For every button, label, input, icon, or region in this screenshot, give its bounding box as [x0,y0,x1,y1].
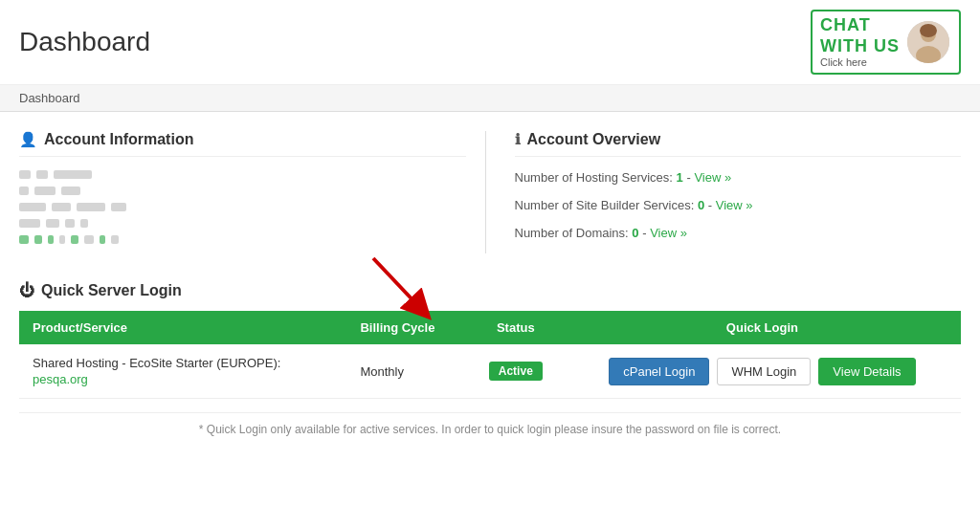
chat-text: CHATWITH US Click here [820,15,900,69]
hosting-services-row: Number of Hosting Services: 1 - View » [515,170,962,185]
hosting-label: Number of Hosting Services: [515,170,673,185]
page-title: Dashboard [19,27,150,57]
svg-line-5 [373,258,421,309]
footer-note: * Quick Login only available for active … [19,412,961,436]
domains-label: Number of Domains: [515,226,629,240]
sitebuilder-view-link[interactable]: View » [716,198,753,212]
sitebuilder-count: 0 [698,198,704,212]
quick-login-buttons: cPanel Login WHM Login View Details [577,358,947,385]
service-table: Product/Service Billing Cycle Status Qui… [19,311,961,399]
sitebuilder-services-row: Number of Site Builder Services: 0 - Vie… [515,198,962,212]
billing-cell: Monthly [346,344,467,399]
breadcrumb: Dashboard [0,85,980,112]
person-icon: 👤 [19,131,37,148]
view-details-button[interactable]: View Details [818,358,915,385]
product-name: Shared Hosting - EcoSite Starter (EUROPE… [33,356,280,370]
quicklogin-cell: cPanel Login WHM Login View Details [564,344,961,399]
col-quicklogin: Quick Login [564,311,961,344]
table-row: Shared Hosting - EcoSite Starter (EUROPE… [19,344,961,399]
chat-widget[interactable]: CHATWITH US Click here [811,10,961,75]
header: Dashboard CHATWITH US Click here [0,0,980,85]
account-overview-section: ℹ Account Overview Number of Hosting Ser… [505,131,962,253]
domains-view-link[interactable]: View » [650,226,687,240]
hosting-view-link[interactable]: View » [694,170,731,185]
red-arrow [364,253,440,320]
info-icon: ℹ [515,131,521,148]
chat-avatar [907,21,949,63]
svg-point-3 [920,24,937,37]
cpanel-login-button[interactable]: cPanel Login [609,358,709,385]
account-info-content [19,170,466,244]
breadcrumb-label: Dashboard [19,91,80,105]
col-status: Status [468,311,564,344]
blurred-row-4 [19,219,466,228]
domains-count: 0 [632,226,638,240]
blurred-row-3 [19,203,466,211]
blurred-row-1 [19,170,466,179]
quick-login-section: ⏻ Quick Server Login Product/Service Bil… [19,282,961,436]
info-overview-section: 👤 Account Information [19,131,961,253]
product-link[interactable]: pesqa.org [33,372,333,386]
domains-row: Number of Domains: 0 - View » [515,226,962,240]
hosting-count: 1 [677,170,683,185]
account-info-title: 👤 Account Information [19,131,466,157]
quick-login-title: ⏻ Quick Server Login [19,282,961,299]
table-body: Shared Hosting - EcoSite Starter (EUROPE… [19,344,961,399]
status-cell: Active [468,344,564,399]
power-icon: ⏻ [19,282,34,299]
sitebuilder-label: Number of Site Builder Services: [515,198,695,212]
chat-click-here: Click here [820,56,900,69]
chat-line1: CHATWITH US [820,15,900,56]
table-wrapper: Product/Service Billing Cycle Status Qui… [19,311,961,399]
table-header-row: Product/Service Billing Cycle Status Qui… [19,311,961,344]
product-cell: Shared Hosting - EcoSite Starter (EUROPE… [19,344,346,399]
whm-login-button[interactable]: WHM Login [717,358,811,385]
col-product: Product/Service [19,311,346,344]
table-head: Product/Service Billing Cycle Status Qui… [19,311,961,344]
account-info-section: 👤 Account Information [19,131,486,253]
status-badge: Active [489,362,543,381]
blurred-row-2 [19,187,466,195]
blurred-row-5 [19,235,466,244]
main-content: 👤 Account Information [0,112,980,446]
account-overview-title: ℹ Account Overview [515,131,962,157]
